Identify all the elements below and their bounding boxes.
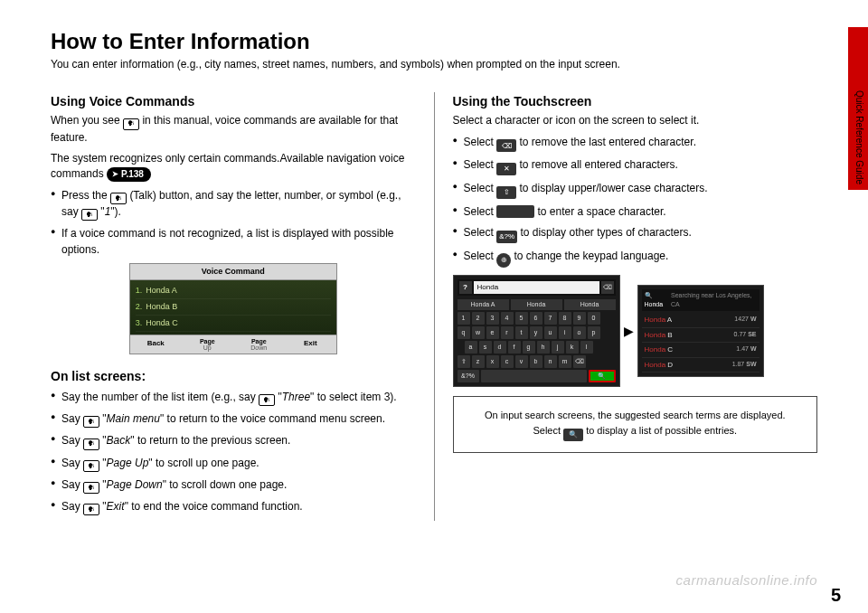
result-row: Honda A1427 W xyxy=(642,313,760,328)
touch-bullet: Select ⇧ to display upper/lower case cha… xyxy=(453,181,818,199)
voice-bullet-2: If a voice command is not recognized, a … xyxy=(51,226,416,258)
kb-key: 2 xyxy=(472,312,485,325)
touch-intro: Select a character or icon on the screen… xyxy=(453,113,818,128)
watermark: carmanualsonline.info xyxy=(676,572,817,588)
side-label: Quick Reference Guide xyxy=(854,90,864,184)
kb-key: 9 xyxy=(573,312,586,325)
space-icon xyxy=(496,205,534,218)
kb-key: 3 xyxy=(486,312,499,325)
kb-key: g xyxy=(523,341,535,354)
kb-space-key xyxy=(481,370,587,382)
results-screenshot: 🔍 HondaSearching near Los Angeles, CA Ho… xyxy=(637,285,764,378)
kb-row5: &?% 🔍 xyxy=(458,370,616,382)
voice-icon: 🗣 xyxy=(83,460,99,472)
backspace-icon: ⌫ xyxy=(496,139,516,152)
vc-item: 1.Honda A xyxy=(136,283,331,299)
kb-key: a xyxy=(465,341,477,354)
kb-key: ⇧ xyxy=(458,355,470,368)
kb-key: ⌫ xyxy=(573,355,586,368)
list-screens-heading: On list screens: xyxy=(51,367,416,385)
voice-command-panel: Voice Command 1.Honda A 2.Honda B 3.Hond… xyxy=(129,263,337,354)
voice-p1: When you see 🗣 in this manual, voice com… xyxy=(51,113,416,146)
kb-key: v xyxy=(515,355,528,368)
touch-bullet: Select ⊕ to change the keypad language. xyxy=(453,249,818,268)
voice-icon: 🗣 xyxy=(259,394,275,406)
voice-commands-heading: Using Voice Commands xyxy=(51,92,416,110)
kb-del-icon: ⌫ xyxy=(601,281,614,294)
kb-key: i xyxy=(559,326,571,339)
vc-item: 2.Honda B xyxy=(136,299,331,316)
kb-row3: asdfghjkl xyxy=(458,341,616,354)
left-column: Using Voice Commands When you see 🗣 in t… xyxy=(51,92,434,521)
kb-key: 8 xyxy=(559,312,571,325)
voice-icon: 🗣 xyxy=(83,416,99,428)
note-box: On input search screens, the suggested s… xyxy=(453,396,818,453)
kb-suggest: Honda A xyxy=(458,299,509,310)
kb-key: 1 xyxy=(458,312,470,325)
kb-key: 7 xyxy=(544,312,557,325)
kb-key: u xyxy=(544,326,557,339)
kb-key: 6 xyxy=(530,312,542,325)
voice-icon: 🗣 xyxy=(83,482,99,494)
kb-key: t xyxy=(515,326,528,339)
list-bullet: Say the number of the list item (e.g., s… xyxy=(51,390,416,406)
list-bullet: Say 🗣 "Main menu" to return to the voice… xyxy=(51,411,416,428)
kb-row1: 1234567890 xyxy=(458,312,616,325)
help-icon: ? xyxy=(459,281,472,294)
kb-key: c xyxy=(501,355,514,368)
kb-key: r xyxy=(501,326,514,339)
kb-key: 0 xyxy=(588,312,600,325)
arrow-right-icon: ▶ xyxy=(624,322,634,340)
kb-key: e xyxy=(486,326,499,339)
clear-icon: ✕ xyxy=(496,163,516,175)
voice-p2: The system recognizes only certain comma… xyxy=(51,151,416,183)
kb-sym-key: &?% xyxy=(458,370,479,382)
vc-exit: Exit xyxy=(285,335,336,354)
kb-key: f xyxy=(508,341,521,354)
result-row: Honda C1.47 W xyxy=(642,343,760,358)
kb-search-field: Honda xyxy=(474,281,599,294)
kb-key: d xyxy=(494,341,506,354)
kb-row2: qwertyuiop xyxy=(458,326,616,339)
kb-key: z xyxy=(472,355,485,368)
voice-bullet-1: Press the 🗣 (Talk) button, and say the l… xyxy=(51,188,416,222)
kb-key: l xyxy=(580,341,593,354)
touch-bullet: Select to enter a space character. xyxy=(453,204,818,220)
touch-bullet: Select ⌫ to remove the last entered char… xyxy=(453,135,818,153)
list-bullet: Say 🗣 "Back" to return to the previous s… xyxy=(51,433,416,449)
page-ref-pill: P.138 xyxy=(107,167,151,183)
page-subtitle: You can enter information (e.g., city na… xyxy=(51,58,817,71)
kb-key: m xyxy=(559,355,571,368)
voice-icon: 🗣 xyxy=(83,504,99,515)
vc-item: 3.Honda C xyxy=(136,316,331,332)
vc-page-up: PageUp xyxy=(182,335,233,354)
kb-suggest: Honda xyxy=(511,299,562,310)
list-bullet: Say 🗣 "Exit" to end the voice command fu… xyxy=(51,499,416,515)
kb-key: x xyxy=(486,355,499,368)
kb-row4: ⇧zxcvbnm⌫ xyxy=(458,355,616,368)
vc-page-down: PageDown xyxy=(233,335,285,354)
kb-key: 5 xyxy=(515,312,528,325)
list-bullet: Say 🗣 "Page Up" to scroll up one page. xyxy=(51,456,416,472)
touchscreen-heading: Using the Touchscreen xyxy=(453,92,818,110)
result-row: Honda D1.87 SW xyxy=(642,358,760,373)
voice-icon: 🗣 xyxy=(110,193,127,204)
kb-key: y xyxy=(530,326,542,339)
kb-key: h xyxy=(537,341,550,354)
vc-back: Back xyxy=(130,335,182,354)
kb-key: b xyxy=(530,355,542,368)
kb-key: w xyxy=(472,326,485,339)
kb-search-icon: 🔍 xyxy=(589,370,616,382)
kb-key: n xyxy=(544,355,557,368)
kb-key: o xyxy=(573,326,586,339)
kb-key: j xyxy=(552,341,564,354)
symbols-icon: &?% xyxy=(496,231,517,243)
kb-key: k xyxy=(566,341,579,354)
page-title: How to Enter Information xyxy=(51,29,817,54)
globe-icon: ⊕ xyxy=(496,253,511,268)
shift-icon: ⇧ xyxy=(496,186,516,199)
list-bullet: Say 🗣 "Page Down" to scroll down one pag… xyxy=(51,477,416,494)
kb-key: s xyxy=(479,341,492,354)
touch-bullet: Select ✕ to remove all entered character… xyxy=(453,157,818,175)
vc-header: Voice Command xyxy=(130,264,336,280)
